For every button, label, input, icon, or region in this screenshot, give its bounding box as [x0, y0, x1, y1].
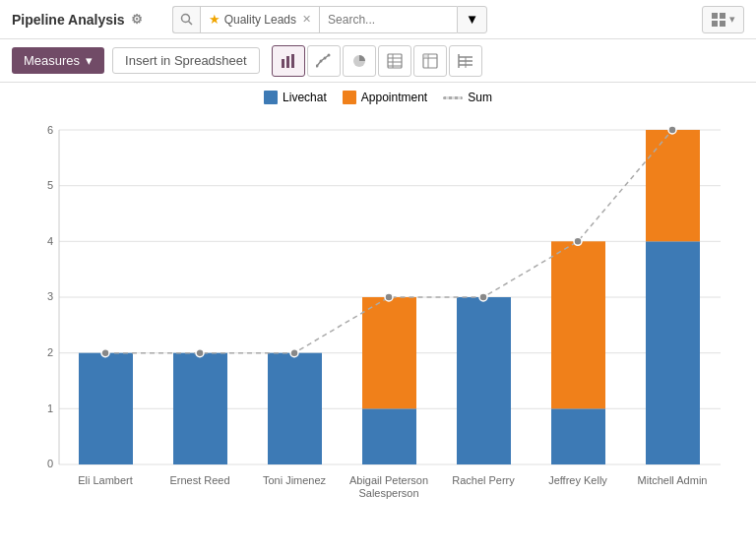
appointment-color-box	[343, 91, 356, 104]
x-label: Mitchell Admin	[638, 474, 708, 486]
svg-rect-5	[720, 21, 725, 27]
svg-rect-7	[286, 56, 289, 68]
toolbar: Measures ▾ Insert in Spreadsheet	[0, 39, 756, 83]
livechat-color-box	[264, 91, 278, 104]
x-label: Jeffrey Kelly	[548, 474, 607, 486]
title-text: Pipeline Analysis	[12, 12, 125, 28]
svg-text:1: 1	[47, 402, 53, 414]
favorite-chip: ★ Quality Leads ✕	[200, 6, 319, 33]
favorite-label: Quality Leads	[224, 13, 296, 27]
bar-mitchell-admin: Mitchell Admin	[638, 130, 708, 486]
svg-rect-2	[712, 13, 718, 19]
measures-label: Measures	[24, 53, 80, 68]
pivot-view-button[interactable]	[413, 45, 447, 77]
table-view-button[interactable]	[378, 45, 411, 77]
svg-point-10	[319, 59, 322, 62]
star-icon: ★	[209, 12, 220, 27]
line-chart-button[interactable]	[307, 45, 341, 77]
bar-chart-button[interactable]	[272, 45, 305, 77]
sum-dot	[668, 126, 676, 134]
livechat-bar	[362, 408, 416, 464]
svg-text:6: 6	[47, 124, 53, 136]
measures-button[interactable]: Measures ▾	[12, 47, 104, 74]
bar-toni-jimenez: Toni Jimenez	[263, 353, 327, 486]
appointment-bar	[646, 130, 700, 241]
sum-dot	[385, 293, 393, 301]
chart-legend: Livechat Appointment Sum	[12, 91, 744, 104]
svg-rect-22	[423, 54, 428, 58]
legend-sum: Sum	[443, 91, 492, 104]
svg-rect-3	[720, 13, 725, 19]
legend-appointment: Appointment	[343, 91, 427, 104]
bar-abigail-peterson: Abigail Peterson Salesperson	[349, 297, 428, 499]
sum-dot	[290, 349, 298, 357]
search-input[interactable]	[319, 6, 457, 33]
x-label: Rachel Perry	[452, 474, 515, 486]
svg-rect-6	[282, 59, 284, 68]
livechat-bar	[268, 353, 322, 464]
search-dropdown-button[interactable]: ▼	[457, 6, 487, 33]
svg-text:2: 2	[47, 346, 53, 358]
svg-rect-8	[291, 54, 294, 68]
appointment-bar	[362, 297, 416, 408]
gear-icon[interactable]: ⚙	[131, 12, 143, 27]
pie-chart-button[interactable]	[343, 45, 376, 77]
x-label: Abigail Peterson	[349, 474, 428, 486]
bar-rachel-perry: Rachel Perry	[452, 297, 515, 486]
appointment-bar	[551, 241, 605, 408]
x-label: Toni Jimenez	[263, 474, 327, 486]
sum-dot	[479, 293, 487, 301]
chart-area: Livechat Appointment Sum 6 5 4	[0, 83, 756, 537]
livechat-bar	[551, 408, 605, 464]
view-toggle-button[interactable]: ▾	[702, 6, 744, 33]
x-label: Ernest Reed	[169, 474, 229, 486]
insert-label: Insert in Spreadsheet	[125, 53, 247, 68]
livechat-bar	[79, 353, 133, 464]
measures-arrow-icon: ▾	[86, 53, 93, 68]
search-area: ★ Quality Leads ✕ ▼	[172, 6, 488, 33]
sum-dot	[574, 237, 582, 245]
svg-text:4: 4	[47, 235, 53, 247]
appointment-label: Appointment	[361, 91, 427, 104]
livechat-bar	[457, 297, 511, 464]
x-label: Eli Lambert	[78, 474, 133, 486]
x-label-sub: Salesperson	[358, 487, 418, 499]
sum-dot	[196, 349, 204, 357]
chip-close-button[interactable]: ✕	[302, 13, 311, 26]
svg-point-12	[327, 53, 330, 56]
legend-livechat: Livechat	[264, 91, 327, 104]
sum-label: Sum	[468, 91, 492, 104]
bar-eli-lambert: Eli Lambert	[78, 353, 133, 486]
dropdown-arrow: ▼	[466, 12, 478, 27]
chart-type-buttons	[272, 45, 482, 77]
svg-point-0	[181, 15, 189, 23]
pivot-alt-view-button[interactable]	[449, 45, 482, 77]
svg-text:3: 3	[47, 290, 53, 302]
bar-ernest-reed: Ernest Reed	[169, 353, 229, 486]
livechat-label: Livechat	[283, 91, 327, 104]
svg-text:5: 5	[47, 179, 53, 191]
livechat-bar	[646, 241, 700, 464]
livechat-bar	[173, 353, 227, 464]
insert-spreadsheet-button[interactable]: Insert in Spreadsheet	[112, 47, 260, 74]
chart-svg: 6 5 4 3 2 1 0	[12, 110, 744, 533]
svg-rect-4	[712, 21, 718, 27]
bar-chart: 6 5 4 3 2 1 0	[12, 110, 744, 533]
svg-text:0: 0	[47, 458, 53, 469]
svg-line-1	[188, 22, 192, 26]
page-title: Pipeline Analysis ⚙	[12, 12, 143, 28]
bar-jeffrey-kelly: Jeffrey Kelly	[548, 241, 607, 486]
sum-line-indicator	[443, 96, 463, 99]
search-button[interactable]	[172, 6, 200, 33]
sum-dot	[101, 349, 109, 357]
svg-point-11	[323, 56, 326, 59]
